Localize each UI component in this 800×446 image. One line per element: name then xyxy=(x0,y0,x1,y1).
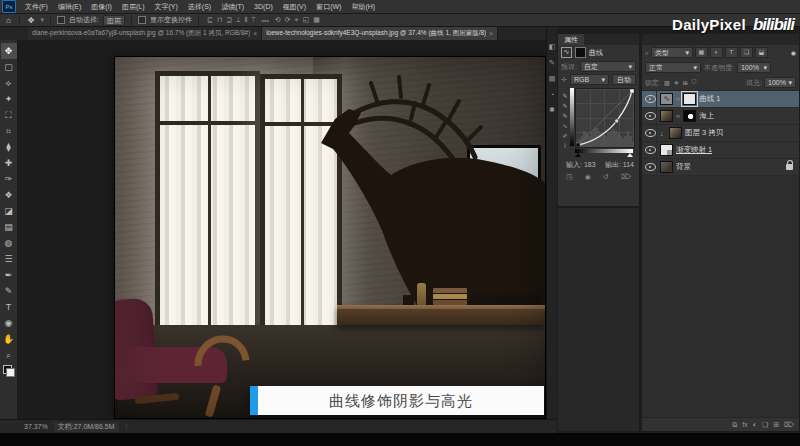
layer-name[interactable]: 渐变映射 1 xyxy=(676,145,712,155)
layer-row-smart[interactable]: 渐变映射 1 xyxy=(642,142,799,159)
options-icon[interactable]: ⟲ xyxy=(273,16,283,23)
blur-tool[interactable]: ☰ xyxy=(1,251,17,267)
hand-tool[interactable]: ✋ xyxy=(1,331,17,347)
curve-side-icon[interactable]: ✎ xyxy=(562,112,567,119)
dodge-tool[interactable]: ✒ xyxy=(1,267,17,283)
menu-item[interactable]: 3D(D) xyxy=(249,3,278,10)
menu-item[interactable]: 视图(V) xyxy=(278,3,311,10)
foreground-background-swatches[interactable] xyxy=(3,365,15,377)
layer-filter-icon[interactable]: ❏ xyxy=(740,47,753,58)
layer-row-image[interactable]: ↓图层 3 拷贝 xyxy=(642,125,799,142)
more-options-icon[interactable]: ••• xyxy=(262,17,269,24)
status-chevron-icon[interactable]: 〉 xyxy=(125,422,132,432)
history-brush-tool[interactable]: ◪ xyxy=(1,203,17,219)
layer-mask-thumbnail[interactable] xyxy=(683,110,696,122)
layer-filter-icon[interactable]: ◐ xyxy=(710,47,723,58)
menu-item[interactable]: 窗口(W) xyxy=(311,3,346,10)
visibility-toggle[interactable] xyxy=(645,91,657,107)
blend-mode-dropdown[interactable]: 正常▾ xyxy=(645,62,701,73)
layer-thumbnail[interactable] xyxy=(660,161,673,173)
menu-item[interactable]: 帮助(H) xyxy=(346,3,380,10)
black-point-slider[interactable] xyxy=(575,153,581,157)
lock-icon[interactable]: ▨ xyxy=(663,79,671,86)
dock-icon-2[interactable]: ▤ xyxy=(549,75,556,83)
zoom-tool[interactable]: ⌕ xyxy=(1,347,17,363)
menu-item[interactable]: 选择(S) xyxy=(183,3,216,10)
layer-thumbnail[interactable]: ∿ xyxy=(660,93,673,105)
marquee-tool[interactable]: ▢ xyxy=(1,59,17,75)
menu-item[interactable]: 图层(L) xyxy=(117,3,150,10)
lock-icon[interactable]: ⛉ xyxy=(691,79,698,86)
curve-side-icon[interactable]: ✐ xyxy=(562,132,567,139)
properties-footer-icon[interactable]: ◳ xyxy=(566,173,573,181)
layer-filter-icon[interactable]: ⬓ xyxy=(755,47,768,58)
curve-side-icon[interactable]: ✎ xyxy=(562,92,567,99)
properties-footer-icon[interactable]: ◉ xyxy=(585,173,591,181)
layer-mask-thumbnail[interactable] xyxy=(683,93,696,105)
layer-name[interactable]: 曲线 1 xyxy=(699,94,720,104)
lasso-tool[interactable]: ⟡ xyxy=(1,75,17,91)
layer-thumbnail[interactable] xyxy=(669,127,682,139)
menu-item[interactable]: 滤镜(T) xyxy=(216,3,249,10)
layers-footer-icon[interactable]: ❏ xyxy=(762,421,768,429)
align-icon[interactable]: ⊒ xyxy=(224,16,234,23)
menu-item[interactable]: 编辑(E) xyxy=(53,3,86,10)
visibility-toggle[interactable] xyxy=(645,125,657,141)
properties-footer-icon[interactable]: ⌦ xyxy=(621,173,631,181)
menu-item[interactable]: 文件(F) xyxy=(20,3,53,10)
options-icon[interactable]: ⟳ xyxy=(283,16,293,23)
dock-icon-0[interactable]: ◧ xyxy=(549,43,556,51)
background-color[interactable] xyxy=(6,368,15,377)
layers-footer-icon[interactable]: ◐ xyxy=(753,421,757,428)
curve-side-icon[interactable]: ✎ xyxy=(562,102,567,109)
close-icon[interactable]: × xyxy=(253,30,257,37)
gradient-tool[interactable]: ◍ xyxy=(1,235,17,251)
layer-row-image[interactable]: ∞海上 xyxy=(642,108,799,125)
layer-row-background[interactable]: 背景 xyxy=(642,159,799,176)
visibility-toggle[interactable] xyxy=(645,108,657,124)
layer-filter-icon[interactable]: ▦ xyxy=(695,47,708,58)
auto-button[interactable]: 自动 xyxy=(612,74,636,85)
brush-tool[interactable]: ✑ xyxy=(1,171,17,187)
move-tool[interactable]: ✥ xyxy=(1,43,17,59)
fill-dropdown[interactable]: 100%▾ xyxy=(764,77,796,88)
layer-name[interactable]: 海上 xyxy=(699,111,714,121)
lock-icon[interactable]: ✛ xyxy=(673,79,680,86)
properties-footer-icon[interactable]: ↺ xyxy=(603,173,609,181)
layer-name[interactable]: 图层 3 拷贝 xyxy=(685,128,723,138)
filter-toggle-icon[interactable]: ◉ xyxy=(791,49,796,56)
healing-brush-tool[interactable]: ✚ xyxy=(1,155,17,171)
layer-thumbnail[interactable] xyxy=(660,110,673,122)
layers-footer-icon[interactable]: ⧉ xyxy=(732,421,737,429)
curve-side-icon[interactable]: ∿ xyxy=(562,122,567,129)
menu-item[interactable]: 文字(Y) xyxy=(149,3,182,10)
preset-dropdown[interactable]: 自定▾ xyxy=(580,61,636,72)
layer-name[interactable]: 背景 xyxy=(676,162,691,172)
auto-select-dropdown[interactable]: 图层 xyxy=(103,15,125,26)
type-tool[interactable]: T xyxy=(1,299,17,315)
eyedropper-tool[interactable]: ⧫ xyxy=(1,139,17,155)
layers-footer-icon[interactable]: fx xyxy=(742,421,747,428)
options-icon[interactable]: ◱ xyxy=(301,16,312,23)
home-icon[interactable]: ⌂ xyxy=(4,16,13,25)
layer-filter-icon[interactable]: T xyxy=(725,47,738,58)
input-sliders[interactable] xyxy=(575,153,633,158)
layer-row-curves[interactable]: ∿∞曲线 1 xyxy=(642,91,799,108)
mask-thumbnail-icon[interactable] xyxy=(575,47,586,58)
chevron-down-icon[interactable]: ▾ xyxy=(41,16,45,24)
align-icon[interactable]: ⊓ xyxy=(215,16,224,23)
align-icon[interactable]: ⟙ xyxy=(249,16,257,23)
layer-filter-dropdown[interactable]: 类型▾ xyxy=(651,47,693,58)
document-image[interactable] xyxy=(115,57,545,418)
align-icon[interactable]: ⊑ xyxy=(205,16,215,23)
targeted-adjustment-icon[interactable]: ✛ xyxy=(561,76,567,84)
layers-footer-icon[interactable]: ⌦ xyxy=(784,421,794,429)
move-tool-icon[interactable]: ✥ xyxy=(26,16,37,25)
document-tab[interactable]: loewe-technologies-sdknfy4E3Q-unsplash.j… xyxy=(262,27,498,40)
shape-tool[interactable]: ◉ xyxy=(1,315,17,331)
dock-icon-4[interactable]: ✱ xyxy=(549,106,555,114)
curve-side-icon[interactable]: ⌇ xyxy=(564,142,567,149)
options-icon[interactable]: ⌖ xyxy=(293,16,301,23)
opacity-dropdown[interactable]: 100%▾ xyxy=(737,62,771,73)
options-icon[interactable]: ▦ xyxy=(311,16,322,23)
